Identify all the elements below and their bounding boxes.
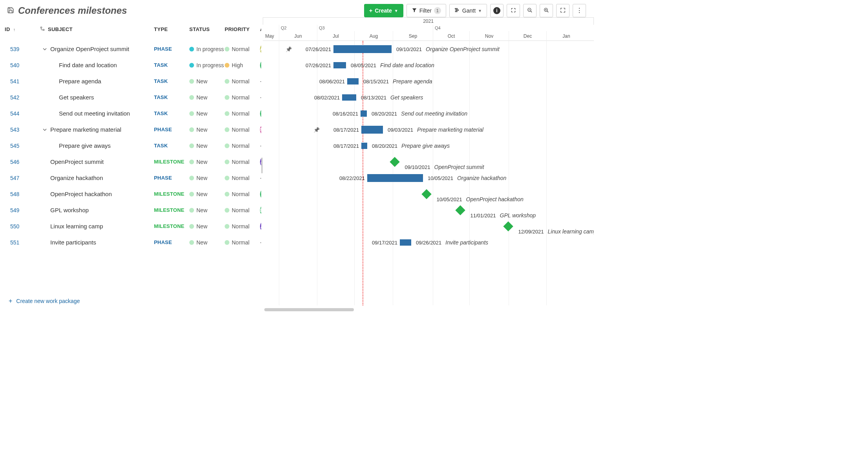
cell-subject[interactable]: Prepare give aways — [40, 142, 154, 149]
cell-priority[interactable]: Normal — [225, 207, 260, 213]
cell-priority[interactable]: Normal — [225, 223, 260, 230]
gantt-bar[interactable]: 08/17/202109/03/2021Prepare marketing ma… — [361, 126, 383, 134]
cell-type[interactable]: MILESTONE — [154, 207, 189, 213]
gantt-row[interactable]: 09/10/2021OpenProject summit — [263, 154, 594, 170]
gantt-row[interactable]: 08/17/202109/03/2021Prepare marketing ma… — [263, 121, 594, 138]
column-header-priority[interactable]: PRIORITY — [225, 26, 260, 32]
filter-button[interactable]: Filter 1 — [407, 4, 446, 17]
cell-subject[interactable]: GPL workshop — [40, 207, 154, 213]
cell-type[interactable]: TASK — [154, 110, 189, 116]
cell-status[interactable]: New — [189, 94, 225, 101]
gantt-milestone-diamond[interactable]: 11/01/2021GPL workshop — [455, 205, 465, 215]
cell-id[interactable]: 543 — [5, 127, 40, 133]
cell-id[interactable]: 549 — [5, 207, 40, 213]
gantt-bar[interactable]: 08/16/202108/20/2021Send out meeting inv… — [361, 110, 367, 117]
cell-subject[interactable]: OpenProject summit — [40, 158, 154, 165]
cell-type[interactable]: TASK — [154, 94, 189, 100]
cell-priority[interactable]: Normal — [225, 110, 260, 117]
cell-priority[interactable]: Normal — [225, 46, 260, 52]
cell-subject[interactable]: Get speakers — [40, 94, 154, 101]
cell-priority[interactable]: Normal — [225, 191, 260, 197]
cell-status[interactable]: New — [189, 78, 225, 84]
cell-subject[interactable]: Prepare agenda — [40, 78, 154, 84]
cell-type[interactable]: PHASE — [154, 127, 189, 132]
cell-type[interactable]: TASK — [154, 143, 189, 149]
table-row[interactable]: 544Send out meeting invitationTASKNewNor… — [0, 105, 261, 121]
table-row[interactable]: 542Get speakersTASKNewNormal- — [0, 89, 261, 105]
column-header-status[interactable]: STATUS — [189, 26, 225, 32]
gantt-toggle-button[interactable]: Gantt ▼ — [449, 4, 487, 17]
gantt-row[interactable]: 08/06/202108/15/2021Prepare agenda — [263, 73, 594, 89]
cell-status[interactable]: New — [189, 110, 225, 117]
gantt-row[interactable]: 08/02/202108/13/2021Get speakers — [263, 89, 594, 105]
zoom-out-button[interactable] — [523, 4, 537, 17]
gantt-bar[interactable]: 09/17/202109/26/2021Invite participants — [400, 239, 411, 246]
more-menu-button[interactable]: ⋮ — [573, 4, 586, 17]
gantt-bar[interactable]: 08/02/202108/13/2021Get speakers — [342, 94, 356, 101]
cell-priority[interactable]: Normal — [225, 127, 260, 133]
gantt-bar[interactable]: 08/17/202108/20/2021Prepare give aways — [361, 143, 367, 149]
column-header-subject[interactable]: SUBJECT — [40, 26, 154, 32]
cell-type[interactable]: TASK — [154, 62, 189, 68]
gantt-horizontal-scrollbar[interactable] — [263, 308, 594, 312]
gantt-milestone-diamond[interactable]: 10/05/2021OpenProject hackathon — [421, 189, 431, 199]
cell-id[interactable]: 539 — [5, 46, 40, 52]
gantt-bar[interactable]: 07/26/202109/10/2021Organize OpenProject… — [333, 45, 392, 53]
cell-status[interactable]: New — [189, 207, 225, 213]
table-row[interactable]: 539Organize OpenProject summitPHASEIn pr… — [0, 41, 261, 57]
cell-priority[interactable]: Normal — [225, 175, 260, 181]
cell-id[interactable]: 551 — [5, 239, 40, 246]
gantt-row[interactable]: 07/26/202108/05/2021Find date and locati… — [263, 57, 594, 73]
cell-priority[interactable]: Normal — [225, 94, 260, 101]
cell-status[interactable]: In progress — [189, 46, 225, 52]
cell-type[interactable]: PHASE — [154, 46, 189, 52]
gantt-milestone-diamond[interactable]: 09/10/2021OpenProject summit — [390, 157, 399, 167]
cell-status[interactable]: New — [189, 223, 225, 230]
cell-id[interactable]: 548 — [5, 191, 40, 197]
cell-id[interactable]: 540 — [5, 62, 40, 68]
gantt-body[interactable]: 07/26/202109/10/2021Organize OpenProject… — [263, 41, 594, 305]
gantt-row[interactable]: 07/26/202109/10/2021Organize OpenProject… — [263, 41, 594, 57]
cell-id[interactable]: 544 — [5, 110, 40, 117]
cell-priority[interactable]: Normal — [225, 239, 260, 246]
cell-subject[interactable]: Send out meeting invitation — [40, 110, 154, 117]
cell-type[interactable]: TASK — [154, 78, 189, 84]
gantt-milestone-diamond[interactable]: 12/09/2021Linux learning camp — [503, 221, 513, 231]
table-row[interactable]: 550Linux learning campMILESTONENewNormal… — [0, 218, 261, 234]
table-row[interactable]: 540Find date and locationTASKIn progress… — [0, 57, 261, 73]
cell-status[interactable]: New — [189, 175, 225, 181]
table-row[interactable]: 543Prepare marketing materialPHASENewNor… — [0, 121, 261, 138]
cell-type[interactable]: MILESTONE — [154, 159, 189, 165]
cell-status[interactable]: New — [189, 191, 225, 197]
gantt-row[interactable]: 08/17/202108/20/2021Prepare give aways — [263, 138, 594, 154]
expand-toggle-icon[interactable] — [42, 47, 48, 51]
column-header-type[interactable]: TYPE — [154, 26, 189, 32]
cell-priority[interactable]: Normal — [225, 78, 260, 84]
gantt-row[interactable]: 12/09/2021Linux learning camp — [263, 218, 594, 234]
cell-subject[interactable]: Find date and location — [40, 62, 154, 68]
cell-status[interactable]: New — [189, 239, 225, 246]
gantt-row[interactable]: 08/16/202108/20/2021Send out meeting inv… — [263, 105, 594, 121]
cell-status[interactable]: New — [189, 127, 225, 133]
cell-status[interactable]: In progress — [189, 62, 225, 68]
fullscreen-button[interactable] — [507, 4, 520, 17]
cell-priority[interactable]: Normal — [225, 143, 260, 149]
cell-status[interactable]: New — [189, 143, 225, 149]
cell-id[interactable]: 542 — [5, 94, 40, 101]
cell-id[interactable]: 541 — [5, 78, 40, 84]
table-row[interactable]: 546OpenProject summitMILESTONENewNormalJ… — [0, 154, 261, 170]
table-row[interactable]: 545Prepare give awaysTASKNewNormal- — [0, 138, 261, 154]
cell-id[interactable]: 550 — [5, 223, 40, 230]
gantt-bar[interactable]: 08/06/202108/15/2021Prepare agenda — [347, 78, 359, 84]
gantt-row[interactable]: 08/22/202110/05/2021Organize hackathon — [263, 170, 594, 186]
cell-priority[interactable]: Normal — [225, 159, 260, 165]
zoom-fit-button[interactable] — [556, 4, 570, 17]
gantt-row[interactable]: 11/01/2021GPL workshop — [263, 202, 594, 218]
save-icon[interactable] — [7, 7, 14, 15]
scrollbar-thumb[interactable] — [264, 308, 354, 311]
cell-subject[interactable]: OpenProject hackathon — [40, 191, 154, 197]
create-work-package-link[interactable]: + Create new work package — [0, 294, 261, 309]
cell-type[interactable]: MILESTONE — [154, 191, 189, 197]
gantt-row[interactable]: 09/17/202109/26/2021Invite participants — [263, 234, 594, 250]
cell-id[interactable]: 545 — [5, 143, 40, 149]
